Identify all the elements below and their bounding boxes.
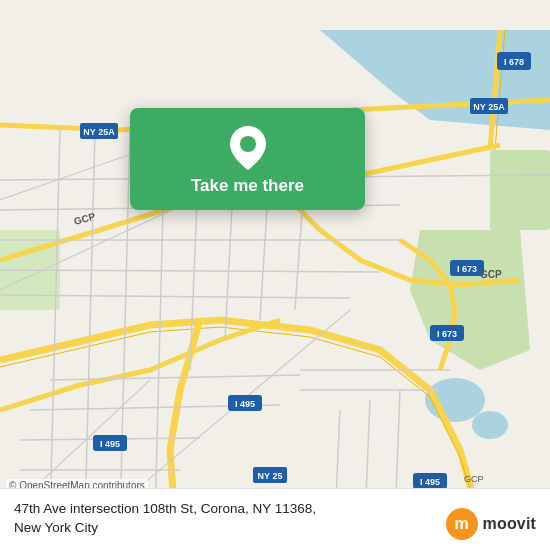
moovit-icon: m xyxy=(446,508,478,540)
map-background: I 678 NY 25A NY 25A I 673 I 673 I 495 I … xyxy=(0,0,550,550)
svg-text:I 673: I 673 xyxy=(457,264,477,274)
svg-text:I 495: I 495 xyxy=(235,399,255,409)
moovit-wordmark: moovit xyxy=(483,515,536,533)
svg-text:I 495: I 495 xyxy=(420,477,440,487)
svg-point-56 xyxy=(240,136,256,152)
tooltip-card: Take me there xyxy=(130,108,365,210)
svg-text:NY 25A: NY 25A xyxy=(83,127,115,137)
svg-rect-4 xyxy=(490,150,550,230)
svg-text:I 495: I 495 xyxy=(100,439,120,449)
svg-text:NY 25: NY 25 xyxy=(258,471,283,481)
tooltip-header: Take me there xyxy=(130,108,365,210)
svg-text:GCP: GCP xyxy=(464,474,484,484)
svg-text:I 678: I 678 xyxy=(504,57,524,67)
location-pin-icon xyxy=(230,126,266,170)
app-container: I 678 NY 25A NY 25A I 673 I 673 I 495 I … xyxy=(0,0,550,550)
take-me-there-button[interactable]: Take me there xyxy=(191,176,304,196)
svg-text:NY 25A: NY 25A xyxy=(473,102,505,112)
svg-point-2 xyxy=(472,411,508,439)
moovit-logo: m moovit xyxy=(446,508,536,540)
svg-text:I 673: I 673 xyxy=(437,329,457,339)
svg-text:GCP: GCP xyxy=(480,269,502,280)
